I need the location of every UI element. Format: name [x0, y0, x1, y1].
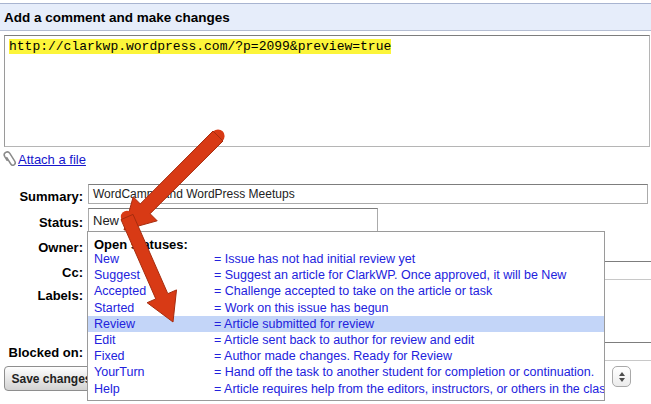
status-option-row[interactable]: Started = Work on this issue has begun [88, 300, 604, 316]
status-option-row[interactable]: Help = Article requires help from the ed… [88, 381, 604, 397]
status-dropdown-panel: Open statuses: New = Issue has not had i… [87, 231, 605, 401]
status-option-name: Fixed [94, 349, 214, 363]
section-header-bar: Add a comment and make changes [0, 3, 651, 31]
owner-label: Owner: [0, 240, 83, 255]
status-option-description: = Suggest an article for ClarkWP. Once a… [214, 268, 604, 282]
status-option-name: Review [94, 317, 214, 331]
status-option-name: Started [94, 301, 214, 315]
status-input[interactable]: New [88, 208, 378, 232]
issue-comment-form: Add a comment and make changes http://cl… [0, 0, 651, 404]
comment-textarea[interactable]: http://clarkwp.wordpress.com/?p=2099&pre… [4, 35, 650, 147]
save-changes-button[interactable]: Save changes [4, 366, 99, 391]
stepper-down-icon [619, 378, 625, 382]
status-option-row[interactable]: New = Issue has not had initial review y… [88, 251, 604, 267]
status-option-name: Accepted [94, 284, 214, 298]
section-title: Add a comment and make changes [0, 10, 230, 25]
status-option-description: = Challenge accepted to take on the arti… [214, 284, 604, 298]
status-label: Status: [0, 215, 83, 230]
status-option-description: = Article sent back to author for review… [214, 333, 604, 347]
select-stepper-control[interactable] [612, 366, 631, 387]
status-option-name: New [94, 252, 214, 266]
labels-label: Labels: [0, 288, 83, 303]
summary-label: Summary: [0, 189, 83, 204]
comment-url-text: http://clarkwp.wordpress.com/?p=2099&pre… [9, 39, 391, 54]
dropdown-header: Open statuses: [94, 237, 188, 252]
status-option-row[interactable]: Edit = Article sent back to author for r… [88, 332, 604, 348]
status-option-name: Help [94, 382, 214, 396]
attach-file-link[interactable]: Attach a file [18, 152, 86, 167]
status-option-row[interactable]: Accepted = Challenge accepted to take on… [88, 283, 604, 299]
status-option-row[interactable]: Suggest = Suggest an article for ClarkWP… [88, 267, 604, 283]
status-option-name: Edit [94, 333, 214, 347]
status-option-description: = Work on this issue has begun [214, 301, 604, 315]
status-option-description: = Article submitted for review [214, 317, 604, 331]
status-option-description: = Author made changes. Ready for Review [214, 349, 604, 363]
cc-label: Cc: [0, 265, 83, 280]
summary-input[interactable]: WordCamps and WordPress Meetups [88, 184, 648, 204]
attach-file-row: Attach a file [2, 149, 86, 169]
blocked-on-label: Blocked on: [0, 345, 83, 360]
status-option-row[interactable]: YourTurn = Hand off the task to another … [88, 364, 604, 380]
stepper-up-icon [619, 372, 625, 376]
status-option-name: YourTurn [94, 365, 214, 379]
status-option-row[interactable]: Review = Article submitted for review [88, 316, 604, 332]
status-option-description: = Issue has not had initial review yet [214, 252, 604, 266]
status-option-description: = Hand off the task to another student f… [214, 365, 604, 379]
status-option-description: = Article requires help from the editors… [214, 382, 605, 396]
status-option-row[interactable]: Fixed = Author made changes. Ready for R… [88, 348, 604, 364]
status-option-name: Suggest [94, 268, 214, 282]
